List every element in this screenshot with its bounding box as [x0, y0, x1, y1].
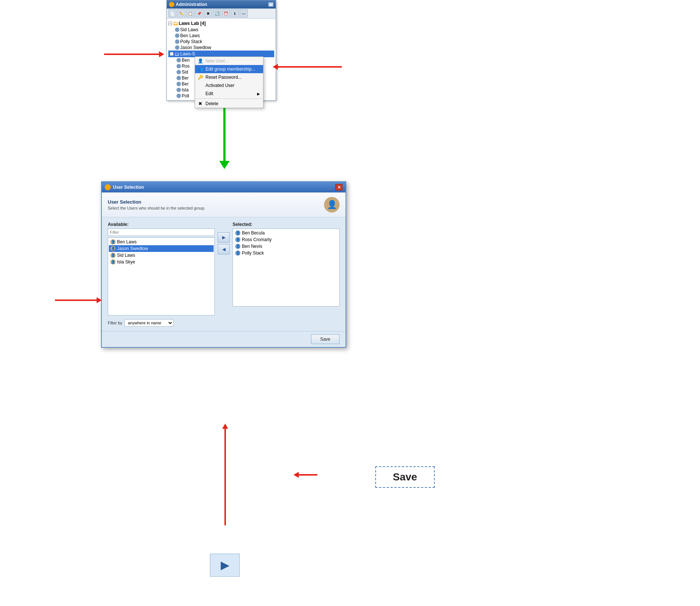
menu-item-reset-password[interactable]: 🔑 Reset Password...	[195, 73, 263, 81]
list-item-selected[interactable]: 👤 Jason Swedlow	[109, 245, 214, 252]
expand-icon: −	[170, 52, 174, 56]
toolbar-clock-icon[interactable]: ⏰	[222, 9, 230, 17]
menu-item-edit-group[interactable]: 👥 Edit group membership...	[195, 65, 263, 73]
dialog-body: Available: 👤 Ben Laws 👤 Jason Swedlow 👤 …	[102, 217, 346, 331]
list-item[interactable]: 👤 Ben Laws	[109, 239, 214, 245]
red-arrow-jason	[55, 297, 107, 303]
list-item-name: Jason Swedlow	[117, 246, 148, 251]
selected-list-section: Selected: 👤 Ben Becula 👤 Ross Cromarty 👤…	[233, 222, 340, 307]
tree-item-label: Sid	[182, 69, 188, 75]
toolbar-paste-icon[interactable]: 📌	[195, 9, 203, 17]
list-item-name: Sid Laws	[117, 253, 135, 258]
tree-item-label: Poll	[182, 93, 189, 98]
dialog-header-subtitle: Select the Users who should be in the se…	[108, 206, 205, 210]
submenu-arrow: ▶	[257, 92, 260, 96]
menu-item-edit[interactable]: Edit ▶	[195, 90, 263, 98]
user-avatar: 👤	[110, 253, 116, 258]
tree-root[interactable]: − 🗂 Laws Lab [4]	[168, 20, 274, 27]
tree-item[interactable]: Jason Swedlow	[168, 45, 274, 51]
context-menu: 👤 New User... 👥 Edit group membership...…	[195, 56, 263, 108]
menu-item-activated-user[interactable]: Activated User	[195, 81, 263, 90]
save-callout-box: Save	[375, 466, 435, 488]
toolbar-minimize-icon[interactable]: —	[240, 9, 248, 17]
user-avatar: 👤	[235, 230, 240, 236]
user-icon	[176, 82, 181, 86]
dialog-header: User Selection Select the Users who shou…	[102, 192, 346, 217]
lists-container: Available: 👤 Ben Laws 👤 Jason Swedlow 👤 …	[108, 222, 340, 315]
admin-toolbar: 📄 ✏️ 📋 📌 ✖ 🔄 ⏰ ℹ —	[167, 9, 276, 19]
green-flow-arrow	[219, 107, 230, 169]
list-item-name: Ben Laws	[117, 239, 137, 244]
user-icon	[176, 76, 181, 80]
user-icon	[176, 58, 181, 62]
tree-item-label: Ber	[182, 75, 189, 81]
user-avatar: 👤	[235, 250, 240, 256]
available-list-box: 👤 Ben Laws 👤 Jason Swedlow 👤 Sid Laws 👤 …	[108, 237, 215, 315]
user-icon	[176, 94, 181, 98]
tree-item[interactable]: Sid Laws	[168, 27, 274, 33]
red-arrow-left-group	[104, 51, 169, 57]
dialog-app-icon	[105, 184, 111, 190]
selected-label: Selected:	[233, 222, 340, 227]
user-icon	[175, 39, 179, 44]
move-callout-box: ▶	[210, 554, 240, 577]
menu-item-new-user[interactable]: 👤 New User...	[195, 57, 263, 65]
tree-item-label: Jason Swedlow	[180, 45, 211, 50]
filter-dropdown[interactable]: anywhere in name	[124, 319, 174, 327]
expand-icon: −	[168, 22, 172, 25]
tree-item[interactable]: Ben Laws	[168, 33, 274, 39]
list-item-name: Isla Skye	[117, 259, 135, 265]
move-right-button[interactable]: ▶	[218, 232, 230, 243]
save-button[interactable]: Save	[311, 334, 340, 344]
list-item[interactable]: 👤 Polly Stack	[234, 250, 338, 256]
user-avatar: 👤	[110, 259, 116, 265]
tree-item-label: Polly Stack	[180, 39, 202, 44]
list-item[interactable]: 👤 Ben Becula	[234, 230, 338, 236]
new-user-icon: 👤	[197, 58, 203, 64]
toolbar-new-icon[interactable]: 📄	[168, 9, 176, 17]
user-selection-dialog: User Selection ✕ User Selection Select t…	[101, 181, 346, 348]
delete-icon: ✖	[197, 101, 203, 107]
filter-input[interactable]	[108, 229, 215, 236]
list-item[interactable]: 👤 Ross Cromarty	[234, 236, 338, 243]
menu-item-delete[interactable]: ✖ Delete	[195, 100, 263, 108]
filter-row: Filter by anywhere in name	[108, 319, 340, 327]
tree-item[interactable]: Polly Stack	[168, 39, 274, 45]
list-item[interactable]: 👤 Ben Nevis	[234, 243, 338, 250]
user-avatar: 👤	[235, 244, 240, 249]
available-label: Available:	[108, 222, 215, 227]
user-icon	[175, 27, 179, 32]
tree-item-label: Ben	[182, 58, 189, 63]
filter-label: Filter by	[108, 321, 122, 325]
list-item-name: Ben Nevis	[242, 244, 262, 249]
dialog-close-button[interactable]: ✕	[335, 184, 343, 191]
toolbar-edit-icon[interactable]: ✏️	[177, 9, 185, 17]
toolbar-delete-icon[interactable]: ✖	[204, 9, 212, 17]
move-left-button[interactable]: ◀	[218, 244, 230, 255]
tree-item-label: Ben Laws	[180, 33, 200, 38]
toolbar-copy-icon[interactable]: 📋	[186, 9, 194, 17]
toolbar-info-icon[interactable]: ℹ	[231, 9, 239, 17]
red-arrow-move-vertical	[222, 424, 228, 525]
dialog-title: User Selection	[113, 185, 144, 190]
admin-window-title: Administration	[176, 2, 207, 7]
tree-group-label: Laws-S	[180, 51, 195, 56]
red-arrow-save	[294, 472, 317, 478]
list-item[interactable]: 👤 Sid Laws	[109, 252, 214, 259]
maximize-btn[interactable]: ▲	[268, 2, 273, 7]
menu-separator	[195, 98, 263, 99]
list-item-name: Polly Stack	[242, 250, 264, 256]
tree-root-label: Laws Lab [4]	[179, 21, 206, 26]
toolbar-refresh-icon[interactable]: 🔄	[213, 9, 221, 17]
list-item[interactable]: 👤 Isla Skye	[109, 259, 214, 265]
user-icon	[176, 64, 181, 68]
tree-item-label: Ber	[182, 81, 189, 87]
user-avatar: 👤	[110, 246, 116, 251]
user-icon	[176, 88, 181, 92]
dialog-titlebar: User Selection ✕	[102, 182, 346, 192]
activate-icon	[197, 82, 203, 88]
list-item-name: Ross Cromarty	[242, 237, 272, 242]
tree-item-label: Ros	[182, 64, 189, 69]
admin-titlebar: Administration ▲	[167, 0, 276, 9]
dialog-footer: Save	[102, 331, 346, 347]
